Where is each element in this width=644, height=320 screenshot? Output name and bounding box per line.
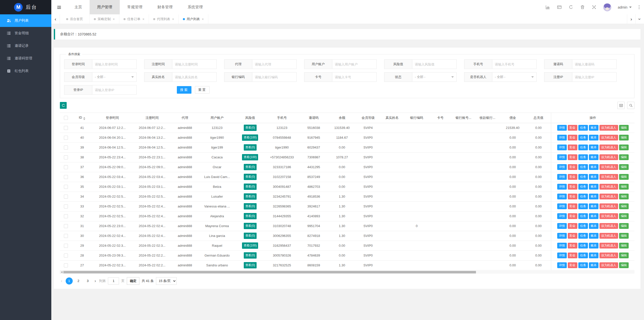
ledger-button[interactable]: 账本 — [589, 243, 598, 248]
phone-input[interactable] — [492, 59, 537, 69]
tab-close-icon[interactable]: × — [142, 17, 144, 21]
ledger-button[interactable]: 账本 — [589, 223, 598, 229]
set-robot-button[interactable]: 设为机器人 — [599, 164, 618, 170]
select-all-checkbox[interactable] — [64, 116, 68, 120]
task-button[interactable]: 任务 — [578, 164, 588, 170]
risk-value-input[interactable] — [412, 59, 457, 69]
risk-view-badge[interactable]: 查看(100) — [242, 154, 258, 160]
goto-page-input[interactable] — [108, 277, 119, 285]
ledger-button[interactable]: 账本 — [589, 174, 598, 180]
row-checkbox[interactable] — [64, 263, 68, 267]
status-select[interactable]: - 全部 - — [412, 72, 457, 82]
detail-button[interactable]: 详情 — [557, 125, 567, 130]
risk-view-badge[interactable]: 查看(0) — [244, 203, 257, 209]
horizontal-scrollbar[interactable] — [60, 271, 634, 274]
edit-button[interactable]: 编辑 — [619, 194, 629, 199]
edit-button[interactable]: 编辑 — [619, 174, 629, 180]
ledger-button[interactable]: 账本 — [589, 203, 598, 209]
bonus-button[interactable]: 彩金 — [568, 184, 577, 189]
tab-4[interactable]: 用户列表× — [179, 14, 208, 24]
bank-code-input[interactable] — [252, 72, 297, 82]
set-robot-button[interactable]: 设为机器人 — [599, 243, 618, 248]
detail-button[interactable]: 详情 — [557, 262, 567, 268]
bonus-button[interactable]: 彩金 — [568, 223, 577, 229]
row-checkbox[interactable] — [64, 126, 68, 130]
tab-close-icon[interactable]: × — [113, 17, 115, 21]
tab-3[interactable]: 代理列表× — [149, 14, 179, 24]
user-account-input[interactable] — [332, 59, 377, 69]
page-button-2[interactable]: 2 — [75, 277, 82, 285]
row-checkbox[interactable] — [64, 155, 68, 159]
card-no-input[interactable] — [332, 72, 377, 82]
detail-button[interactable]: 详情 — [557, 184, 567, 189]
login-ip-input[interactable] — [92, 85, 137, 95]
bonus-button[interactable]: 彩金 — [568, 194, 577, 199]
edit-button[interactable]: 编辑 — [619, 164, 629, 170]
ledger-button[interactable]: 账本 — [589, 233, 598, 238]
bonus-button[interactable]: 彩金 — [568, 145, 577, 150]
edit-button[interactable]: 编辑 — [619, 135, 629, 140]
tab-1[interactable]: 策略定制× — [90, 14, 119, 24]
set-robot-button[interactable]: 设为机器人 — [599, 125, 618, 130]
user-menu[interactable]: admin — [618, 5, 632, 9]
detail-button[interactable]: 详情 — [557, 233, 567, 238]
sidebar-item-1[interactable]: 资金明细 — [0, 27, 51, 40]
tab-close-icon[interactable]: × — [202, 17, 204, 21]
row-checkbox[interactable] — [64, 175, 68, 179]
ledger-button[interactable]: 账本 — [589, 253, 598, 258]
top-nav-item-3[interactable]: 财务管理 — [150, 0, 180, 14]
register-ip-input[interactable] — [572, 72, 617, 82]
bonus-button[interactable]: 彩金 — [568, 174, 577, 180]
edit-button[interactable]: 编辑 — [619, 243, 629, 248]
top-nav-item-4[interactable]: 系统管理 — [180, 0, 210, 14]
card-icon[interactable] — [557, 5, 562, 10]
set-robot-button[interactable]: 设为机器人 — [599, 233, 618, 238]
row-checkbox[interactable] — [64, 214, 68, 218]
sort-icon[interactable] — [83, 117, 85, 120]
ledger-button[interactable]: 账本 — [589, 213, 598, 219]
scrollbar-thumb[interactable] — [63, 271, 476, 273]
bonus-button[interactable]: 彩金 — [568, 262, 577, 268]
row-checkbox[interactable] — [64, 224, 68, 228]
invite-code-input[interactable] — [572, 59, 617, 69]
edit-button[interactable]: 编辑 — [619, 184, 629, 189]
bonus-button[interactable]: 彩金 — [568, 203, 577, 209]
page-size-select[interactable]: 15 条/页 — [156, 277, 177, 285]
row-checkbox[interactable] — [64, 195, 68, 199]
confirm-page-button[interactable]: 确定 — [127, 277, 139, 285]
bonus-button[interactable]: 彩金 — [568, 253, 577, 258]
detail-button[interactable]: 详情 — [557, 174, 567, 180]
top-nav-item-2[interactable]: 常规管理 — [120, 0, 150, 14]
task-button[interactable]: 任务 — [578, 194, 588, 199]
task-button[interactable]: 任务 — [578, 233, 588, 238]
reset-button[interactable]: 重置 — [195, 86, 210, 94]
bonus-button[interactable]: 彩金 — [568, 154, 577, 160]
bonus-button[interactable]: 彩金 — [568, 243, 577, 248]
risk-view-badge[interactable]: 查看(0) — [244, 164, 257, 170]
prev-page-button[interactable]: ‹ — [60, 278, 63, 283]
refresh-table-button[interactable] — [60, 102, 67, 109]
row-checkbox[interactable] — [64, 244, 68, 248]
app-logo[interactable]: M 后台 — [0, 0, 51, 14]
edit-button[interactable]: 编辑 — [619, 213, 629, 219]
tab-0[interactable]: 后台首页 — [60, 14, 90, 24]
bonus-button[interactable]: 彩金 — [568, 233, 577, 238]
risk-view-badge[interactable]: 查看(0) — [244, 144, 257, 151]
row-checkbox[interactable] — [64, 165, 68, 169]
trash-icon[interactable] — [580, 5, 585, 10]
ledger-button[interactable]: 账本 — [589, 184, 598, 189]
login-time-input[interactable] — [92, 59, 137, 69]
set-robot-button[interactable]: 设为机器人 — [599, 194, 618, 199]
detail-button[interactable]: 详情 — [557, 223, 567, 229]
task-button[interactable]: 任务 — [578, 213, 588, 219]
set-robot-button[interactable]: 设为机器人 — [599, 174, 618, 180]
edit-button[interactable]: 编辑 — [619, 154, 629, 160]
ledger-button[interactable]: 账本 — [589, 145, 598, 150]
real-name-input[interactable] — [172, 72, 217, 82]
risk-view-badge[interactable]: 查看(0) — [244, 184, 257, 190]
task-button[interactable]: 任务 — [578, 174, 588, 180]
detail-button[interactable]: 详情 — [557, 194, 567, 199]
bonus-button[interactable]: 彩金 — [568, 125, 577, 130]
risk-view-badge[interactable]: 查看(0) — [244, 223, 257, 229]
set-robot-button[interactable]: 设为机器人 — [599, 184, 618, 189]
